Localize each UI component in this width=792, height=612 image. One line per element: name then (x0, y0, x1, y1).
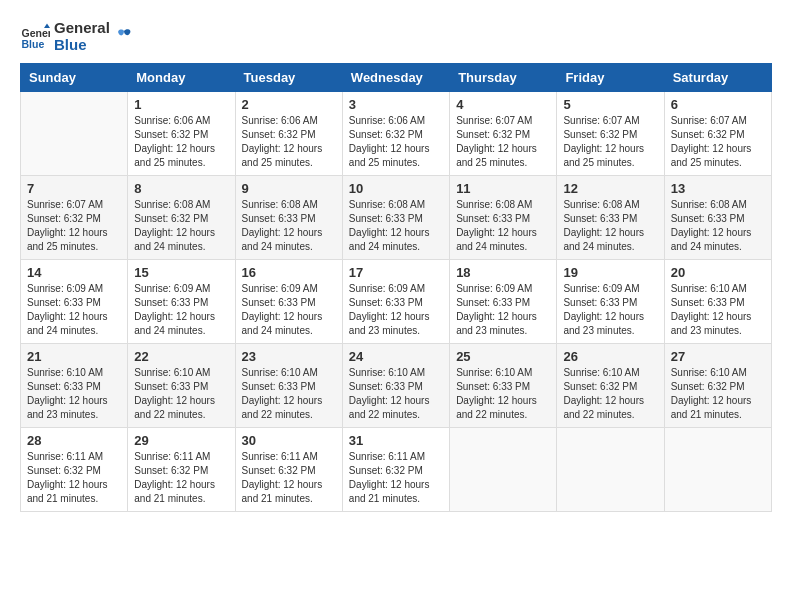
day-info: Sunrise: 6:10 AM Sunset: 6:32 PM Dayligh… (563, 366, 657, 422)
calendar-cell: 19Sunrise: 6:09 AM Sunset: 6:33 PM Dayli… (557, 260, 664, 344)
calendar-cell: 20Sunrise: 6:10 AM Sunset: 6:33 PM Dayli… (664, 260, 771, 344)
day-number: 10 (349, 181, 443, 196)
calendar-cell: 7Sunrise: 6:07 AM Sunset: 6:32 PM Daylig… (21, 176, 128, 260)
svg-text:Blue: Blue (22, 37, 45, 49)
svg-marker-2 (44, 23, 50, 28)
calendar-cell: 9Sunrise: 6:08 AM Sunset: 6:33 PM Daylig… (235, 176, 342, 260)
calendar-cell: 16Sunrise: 6:09 AM Sunset: 6:33 PM Dayli… (235, 260, 342, 344)
day-info: Sunrise: 6:10 AM Sunset: 6:33 PM Dayligh… (349, 366, 443, 422)
day-info: Sunrise: 6:09 AM Sunset: 6:33 PM Dayligh… (242, 282, 336, 338)
weekday-header-tuesday: Tuesday (235, 64, 342, 92)
calendar-cell: 3Sunrise: 6:06 AM Sunset: 6:32 PM Daylig… (342, 92, 449, 176)
day-info: Sunrise: 6:09 AM Sunset: 6:33 PM Dayligh… (134, 282, 228, 338)
day-info: Sunrise: 6:10 AM Sunset: 6:33 PM Dayligh… (242, 366, 336, 422)
calendar-cell: 13Sunrise: 6:08 AM Sunset: 6:33 PM Dayli… (664, 176, 771, 260)
calendar-cell (21, 92, 128, 176)
day-info: Sunrise: 6:10 AM Sunset: 6:33 PM Dayligh… (456, 366, 550, 422)
day-info: Sunrise: 6:10 AM Sunset: 6:33 PM Dayligh… (671, 282, 765, 338)
calendar-cell: 25Sunrise: 6:10 AM Sunset: 6:33 PM Dayli… (450, 344, 557, 428)
calendar-cell: 12Sunrise: 6:08 AM Sunset: 6:33 PM Dayli… (557, 176, 664, 260)
logo: General Blue General Blue (20, 20, 134, 53)
day-info: Sunrise: 6:10 AM Sunset: 6:33 PM Dayligh… (27, 366, 121, 422)
calendar-week-row: 21Sunrise: 6:10 AM Sunset: 6:33 PM Dayli… (21, 344, 772, 428)
calendar-cell: 21Sunrise: 6:10 AM Sunset: 6:33 PM Dayli… (21, 344, 128, 428)
day-number: 16 (242, 265, 336, 280)
calendar-cell: 8Sunrise: 6:08 AM Sunset: 6:32 PM Daylig… (128, 176, 235, 260)
day-info: Sunrise: 6:11 AM Sunset: 6:32 PM Dayligh… (134, 450, 228, 506)
calendar-cell: 28Sunrise: 6:11 AM Sunset: 6:32 PM Dayli… (21, 428, 128, 512)
day-number: 8 (134, 181, 228, 196)
day-number: 20 (671, 265, 765, 280)
day-number: 30 (242, 433, 336, 448)
day-number: 21 (27, 349, 121, 364)
weekday-header-thursday: Thursday (450, 64, 557, 92)
calendar-cell: 30Sunrise: 6:11 AM Sunset: 6:32 PM Dayli… (235, 428, 342, 512)
calendar-cell: 11Sunrise: 6:08 AM Sunset: 6:33 PM Dayli… (450, 176, 557, 260)
weekday-header-sunday: Sunday (21, 64, 128, 92)
day-number: 17 (349, 265, 443, 280)
calendar-cell: 15Sunrise: 6:09 AM Sunset: 6:33 PM Dayli… (128, 260, 235, 344)
day-number: 24 (349, 349, 443, 364)
day-number: 5 (563, 97, 657, 112)
day-info: Sunrise: 6:08 AM Sunset: 6:33 PM Dayligh… (456, 198, 550, 254)
calendar-cell: 10Sunrise: 6:08 AM Sunset: 6:33 PM Dayli… (342, 176, 449, 260)
day-number: 14 (27, 265, 121, 280)
day-info: Sunrise: 6:06 AM Sunset: 6:32 PM Dayligh… (242, 114, 336, 170)
calendar-cell: 22Sunrise: 6:10 AM Sunset: 6:33 PM Dayli… (128, 344, 235, 428)
day-info: Sunrise: 6:09 AM Sunset: 6:33 PM Dayligh… (27, 282, 121, 338)
calendar-cell: 14Sunrise: 6:09 AM Sunset: 6:33 PM Dayli… (21, 260, 128, 344)
logo-general-text: General (54, 20, 110, 37)
day-info: Sunrise: 6:11 AM Sunset: 6:32 PM Dayligh… (27, 450, 121, 506)
day-number: 23 (242, 349, 336, 364)
day-number: 28 (27, 433, 121, 448)
calendar-cell: 31Sunrise: 6:11 AM Sunset: 6:32 PM Dayli… (342, 428, 449, 512)
day-info: Sunrise: 6:07 AM Sunset: 6:32 PM Dayligh… (563, 114, 657, 170)
calendar-cell: 4Sunrise: 6:07 AM Sunset: 6:32 PM Daylig… (450, 92, 557, 176)
day-number: 27 (671, 349, 765, 364)
calendar-cell: 6Sunrise: 6:07 AM Sunset: 6:32 PM Daylig… (664, 92, 771, 176)
day-info: Sunrise: 6:11 AM Sunset: 6:32 PM Dayligh… (242, 450, 336, 506)
day-number: 9 (242, 181, 336, 196)
weekday-header-row: SundayMondayTuesdayWednesdayThursdayFrid… (21, 64, 772, 92)
day-info: Sunrise: 6:09 AM Sunset: 6:33 PM Dayligh… (349, 282, 443, 338)
day-number: 12 (563, 181, 657, 196)
day-number: 13 (671, 181, 765, 196)
page-header: General Blue General Blue (20, 20, 772, 53)
calendar-week-row: 7Sunrise: 6:07 AM Sunset: 6:32 PM Daylig… (21, 176, 772, 260)
day-number: 29 (134, 433, 228, 448)
day-number: 11 (456, 181, 550, 196)
day-info: Sunrise: 6:06 AM Sunset: 6:32 PM Dayligh… (349, 114, 443, 170)
logo-bird-icon (114, 27, 134, 47)
day-info: Sunrise: 6:09 AM Sunset: 6:33 PM Dayligh… (563, 282, 657, 338)
day-number: 31 (349, 433, 443, 448)
day-info: Sunrise: 6:08 AM Sunset: 6:33 PM Dayligh… (671, 198, 765, 254)
calendar-cell: 1Sunrise: 6:06 AM Sunset: 6:32 PM Daylig… (128, 92, 235, 176)
calendar-week-row: 14Sunrise: 6:09 AM Sunset: 6:33 PM Dayli… (21, 260, 772, 344)
calendar-cell (557, 428, 664, 512)
day-info: Sunrise: 6:08 AM Sunset: 6:32 PM Dayligh… (134, 198, 228, 254)
day-number: 26 (563, 349, 657, 364)
day-info: Sunrise: 6:07 AM Sunset: 6:32 PM Dayligh… (671, 114, 765, 170)
day-info: Sunrise: 6:09 AM Sunset: 6:33 PM Dayligh… (456, 282, 550, 338)
day-info: Sunrise: 6:10 AM Sunset: 6:32 PM Dayligh… (671, 366, 765, 422)
calendar-cell (664, 428, 771, 512)
day-info: Sunrise: 6:10 AM Sunset: 6:33 PM Dayligh… (134, 366, 228, 422)
calendar-cell: 27Sunrise: 6:10 AM Sunset: 6:32 PM Dayli… (664, 344, 771, 428)
day-number: 4 (456, 97, 550, 112)
calendar-cell: 17Sunrise: 6:09 AM Sunset: 6:33 PM Dayli… (342, 260, 449, 344)
day-number: 25 (456, 349, 550, 364)
calendar-week-row: 28Sunrise: 6:11 AM Sunset: 6:32 PM Dayli… (21, 428, 772, 512)
calendar-week-row: 1Sunrise: 6:06 AM Sunset: 6:32 PM Daylig… (21, 92, 772, 176)
day-info: Sunrise: 6:08 AM Sunset: 6:33 PM Dayligh… (242, 198, 336, 254)
day-info: Sunrise: 6:06 AM Sunset: 6:32 PM Dayligh… (134, 114, 228, 170)
calendar-cell: 24Sunrise: 6:10 AM Sunset: 6:33 PM Dayli… (342, 344, 449, 428)
weekday-header-wednesday: Wednesday (342, 64, 449, 92)
weekday-header-friday: Friday (557, 64, 664, 92)
day-number: 1 (134, 97, 228, 112)
day-number: 22 (134, 349, 228, 364)
calendar-table: SundayMondayTuesdayWednesdayThursdayFrid… (20, 63, 772, 512)
logo-icon: General Blue (20, 22, 50, 52)
day-number: 15 (134, 265, 228, 280)
calendar-cell: 18Sunrise: 6:09 AM Sunset: 6:33 PM Dayli… (450, 260, 557, 344)
calendar-cell: 26Sunrise: 6:10 AM Sunset: 6:32 PM Dayli… (557, 344, 664, 428)
